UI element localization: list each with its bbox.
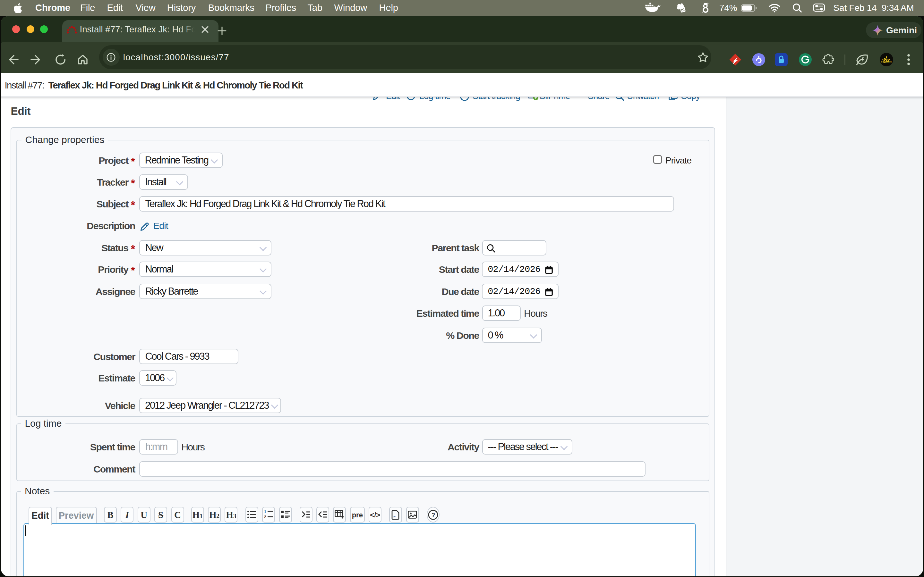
svg-text:Fabrication: Fabrication <box>881 61 892 63</box>
svg-text:∞: ∞ <box>393 514 396 518</box>
svg-text:?: ? <box>431 512 435 518</box>
svg-text:1: 1 <box>264 510 266 514</box>
svg-text:2: 2 <box>264 515 266 518</box>
